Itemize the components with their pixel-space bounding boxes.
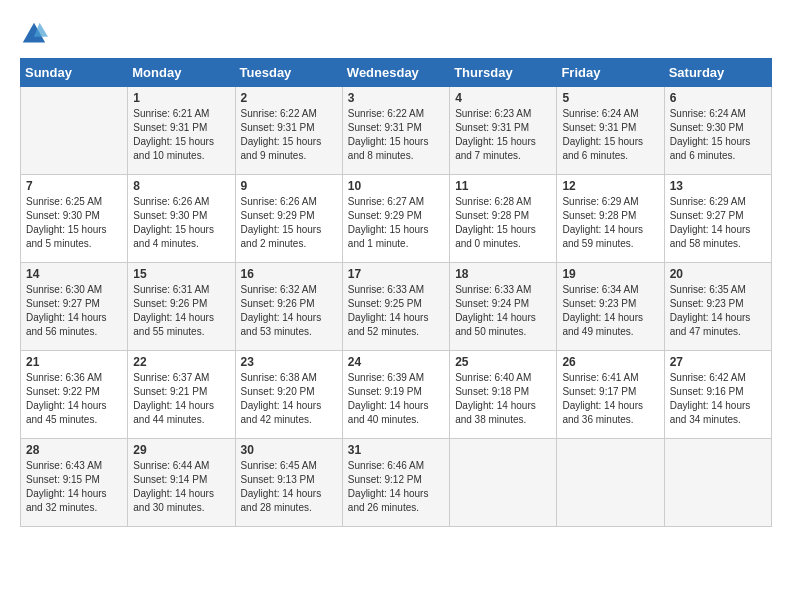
cell-content: Sunrise: 6:32 AMSunset: 9:26 PMDaylight:…: [241, 283, 337, 339]
calendar-cell: 22Sunrise: 6:37 AMSunset: 9:21 PMDayligh…: [128, 351, 235, 439]
calendar-cell: 2Sunrise: 6:22 AMSunset: 9:31 PMDaylight…: [235, 87, 342, 175]
logo: [20, 20, 52, 48]
header-day-saturday: Saturday: [664, 59, 771, 87]
day-number: 16: [241, 267, 337, 281]
cell-content: Sunrise: 6:44 AMSunset: 9:14 PMDaylight:…: [133, 459, 229, 515]
header-day-wednesday: Wednesday: [342, 59, 449, 87]
cell-content: Sunrise: 6:22 AMSunset: 9:31 PMDaylight:…: [348, 107, 444, 163]
day-number: 29: [133, 443, 229, 457]
day-number: 17: [348, 267, 444, 281]
header-day-thursday: Thursday: [450, 59, 557, 87]
day-number: 6: [670, 91, 766, 105]
page-header: [20, 20, 772, 48]
header-day-sunday: Sunday: [21, 59, 128, 87]
cell-content: Sunrise: 6:34 AMSunset: 9:23 PMDaylight:…: [562, 283, 658, 339]
cell-content: Sunrise: 6:33 AMSunset: 9:24 PMDaylight:…: [455, 283, 551, 339]
calendar-cell: 8Sunrise: 6:26 AMSunset: 9:30 PMDaylight…: [128, 175, 235, 263]
calendar-table: SundayMondayTuesdayWednesdayThursdayFrid…: [20, 58, 772, 527]
header-day-tuesday: Tuesday: [235, 59, 342, 87]
day-number: 28: [26, 443, 122, 457]
day-number: 21: [26, 355, 122, 369]
cell-content: Sunrise: 6:31 AMSunset: 9:26 PMDaylight:…: [133, 283, 229, 339]
day-number: 14: [26, 267, 122, 281]
calendar-week-3: 14Sunrise: 6:30 AMSunset: 9:27 PMDayligh…: [21, 263, 772, 351]
cell-content: Sunrise: 6:23 AMSunset: 9:31 PMDaylight:…: [455, 107, 551, 163]
day-number: 10: [348, 179, 444, 193]
day-number: 24: [348, 355, 444, 369]
day-number: 13: [670, 179, 766, 193]
calendar-cell: 5Sunrise: 6:24 AMSunset: 9:31 PMDaylight…: [557, 87, 664, 175]
cell-content: Sunrise: 6:46 AMSunset: 9:12 PMDaylight:…: [348, 459, 444, 515]
calendar-cell: 1Sunrise: 6:21 AMSunset: 9:31 PMDaylight…: [128, 87, 235, 175]
calendar-cell: 10Sunrise: 6:27 AMSunset: 9:29 PMDayligh…: [342, 175, 449, 263]
cell-content: Sunrise: 6:39 AMSunset: 9:19 PMDaylight:…: [348, 371, 444, 427]
day-number: 19: [562, 267, 658, 281]
day-number: 4: [455, 91, 551, 105]
cell-content: Sunrise: 6:33 AMSunset: 9:25 PMDaylight:…: [348, 283, 444, 339]
day-number: 3: [348, 91, 444, 105]
calendar-cell: 16Sunrise: 6:32 AMSunset: 9:26 PMDayligh…: [235, 263, 342, 351]
day-number: 27: [670, 355, 766, 369]
calendar-cell: 20Sunrise: 6:35 AMSunset: 9:23 PMDayligh…: [664, 263, 771, 351]
day-number: 26: [562, 355, 658, 369]
day-number: 5: [562, 91, 658, 105]
cell-content: Sunrise: 6:35 AMSunset: 9:23 PMDaylight:…: [670, 283, 766, 339]
cell-content: Sunrise: 6:27 AMSunset: 9:29 PMDaylight:…: [348, 195, 444, 251]
calendar-cell: [450, 439, 557, 527]
day-number: 20: [670, 267, 766, 281]
calendar-cell: 19Sunrise: 6:34 AMSunset: 9:23 PMDayligh…: [557, 263, 664, 351]
calendar-cell: 15Sunrise: 6:31 AMSunset: 9:26 PMDayligh…: [128, 263, 235, 351]
cell-content: Sunrise: 6:40 AMSunset: 9:18 PMDaylight:…: [455, 371, 551, 427]
cell-content: Sunrise: 6:29 AMSunset: 9:27 PMDaylight:…: [670, 195, 766, 251]
calendar-week-1: 1Sunrise: 6:21 AMSunset: 9:31 PMDaylight…: [21, 87, 772, 175]
calendar-cell: 26Sunrise: 6:41 AMSunset: 9:17 PMDayligh…: [557, 351, 664, 439]
calendar-cell: 4Sunrise: 6:23 AMSunset: 9:31 PMDaylight…: [450, 87, 557, 175]
day-number: 23: [241, 355, 337, 369]
cell-content: Sunrise: 6:26 AMSunset: 9:30 PMDaylight:…: [133, 195, 229, 251]
day-number: 25: [455, 355, 551, 369]
calendar-cell: 11Sunrise: 6:28 AMSunset: 9:28 PMDayligh…: [450, 175, 557, 263]
day-number: 15: [133, 267, 229, 281]
calendar-cell: 14Sunrise: 6:30 AMSunset: 9:27 PMDayligh…: [21, 263, 128, 351]
calendar-week-2: 7Sunrise: 6:25 AMSunset: 9:30 PMDaylight…: [21, 175, 772, 263]
cell-content: Sunrise: 6:42 AMSunset: 9:16 PMDaylight:…: [670, 371, 766, 427]
day-number: 22: [133, 355, 229, 369]
cell-content: Sunrise: 6:21 AMSunset: 9:31 PMDaylight:…: [133, 107, 229, 163]
day-number: 11: [455, 179, 551, 193]
logo-icon: [20, 20, 48, 48]
cell-content: Sunrise: 6:30 AMSunset: 9:27 PMDaylight:…: [26, 283, 122, 339]
calendar-cell: [664, 439, 771, 527]
calendar-cell: 6Sunrise: 6:24 AMSunset: 9:30 PMDaylight…: [664, 87, 771, 175]
calendar-cell: 28Sunrise: 6:43 AMSunset: 9:15 PMDayligh…: [21, 439, 128, 527]
day-number: 31: [348, 443, 444, 457]
calendar-cell: [21, 87, 128, 175]
day-number: 12: [562, 179, 658, 193]
header-day-monday: Monday: [128, 59, 235, 87]
cell-content: Sunrise: 6:28 AMSunset: 9:28 PMDaylight:…: [455, 195, 551, 251]
day-number: 7: [26, 179, 122, 193]
calendar-cell: 9Sunrise: 6:26 AMSunset: 9:29 PMDaylight…: [235, 175, 342, 263]
calendar-cell: 12Sunrise: 6:29 AMSunset: 9:28 PMDayligh…: [557, 175, 664, 263]
day-number: 30: [241, 443, 337, 457]
calendar-cell: 29Sunrise: 6:44 AMSunset: 9:14 PMDayligh…: [128, 439, 235, 527]
cell-content: Sunrise: 6:36 AMSunset: 9:22 PMDaylight:…: [26, 371, 122, 427]
day-number: 8: [133, 179, 229, 193]
calendar-cell: 7Sunrise: 6:25 AMSunset: 9:30 PMDaylight…: [21, 175, 128, 263]
cell-content: Sunrise: 6:26 AMSunset: 9:29 PMDaylight:…: [241, 195, 337, 251]
header-day-friday: Friday: [557, 59, 664, 87]
calendar-cell: 18Sunrise: 6:33 AMSunset: 9:24 PMDayligh…: [450, 263, 557, 351]
cell-content: Sunrise: 6:45 AMSunset: 9:13 PMDaylight:…: [241, 459, 337, 515]
cell-content: Sunrise: 6:37 AMSunset: 9:21 PMDaylight:…: [133, 371, 229, 427]
calendar-cell: 24Sunrise: 6:39 AMSunset: 9:19 PMDayligh…: [342, 351, 449, 439]
cell-content: Sunrise: 6:38 AMSunset: 9:20 PMDaylight:…: [241, 371, 337, 427]
cell-content: Sunrise: 6:22 AMSunset: 9:31 PMDaylight:…: [241, 107, 337, 163]
calendar-cell: 25Sunrise: 6:40 AMSunset: 9:18 PMDayligh…: [450, 351, 557, 439]
calendar-cell: 30Sunrise: 6:45 AMSunset: 9:13 PMDayligh…: [235, 439, 342, 527]
cell-content: Sunrise: 6:24 AMSunset: 9:30 PMDaylight:…: [670, 107, 766, 163]
cell-content: Sunrise: 6:24 AMSunset: 9:31 PMDaylight:…: [562, 107, 658, 163]
calendar-cell: 21Sunrise: 6:36 AMSunset: 9:22 PMDayligh…: [21, 351, 128, 439]
cell-content: Sunrise: 6:29 AMSunset: 9:28 PMDaylight:…: [562, 195, 658, 251]
calendar-cell: 23Sunrise: 6:38 AMSunset: 9:20 PMDayligh…: [235, 351, 342, 439]
calendar-cell: 27Sunrise: 6:42 AMSunset: 9:16 PMDayligh…: [664, 351, 771, 439]
day-number: 18: [455, 267, 551, 281]
